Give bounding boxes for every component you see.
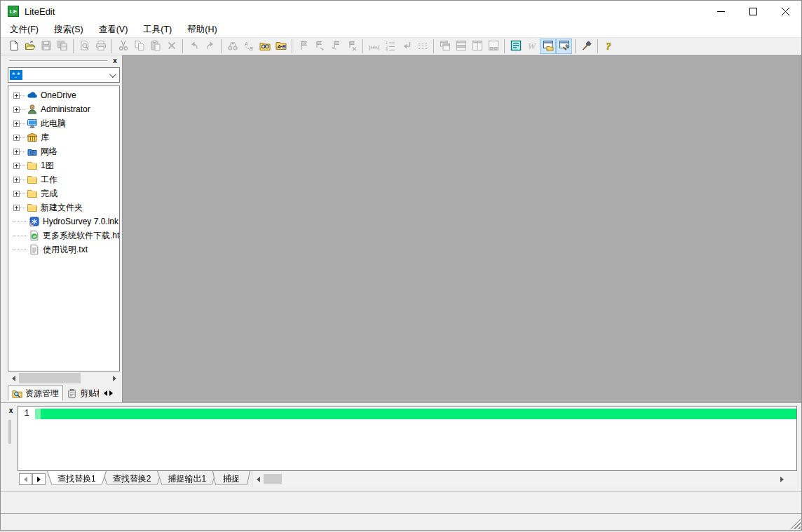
print-button[interactable]	[93, 39, 109, 54]
scroll-left-arrow[interactable]	[8, 372, 19, 384]
tile-vertical-button[interactable]	[469, 39, 485, 54]
tree-item-folder-3[interactable]: 完成	[8, 186, 119, 200]
toggle-bookmark-button[interactable]	[295, 39, 311, 54]
word-wrap-button[interactable]: W	[524, 39, 540, 54]
app-window: LE LiteEdit 文件(F) 搜索(S) 查看(V) 工具(T) 帮助(H…	[0, 0, 802, 531]
question-mark-icon: ?	[604, 40, 615, 53]
toggle-explorer-panel-button[interactable]	[540, 39, 556, 54]
scrollbar-thumb[interactable]	[264, 474, 282, 484]
sidebar-horizontal-scrollbar[interactable]	[8, 372, 120, 384]
save-all-button[interactable]	[54, 39, 70, 54]
expand-plus-icon[interactable]	[13, 93, 20, 99]
undo-button[interactable]	[186, 39, 202, 54]
tree-item-txt[interactable]: 使用说明.txt	[8, 243, 119, 257]
tree-item-network[interactable]: 网络	[8, 144, 119, 158]
tab-explorer[interactable]: 资源管理	[8, 386, 63, 401]
tools-button[interactable]	[578, 39, 594, 54]
tree-item-html[interactable]: e更多系统软件下载.htm	[8, 229, 119, 243]
sidebar-drag-handle[interactable]	[9, 60, 107, 62]
sidebar-close-button[interactable]: x	[110, 56, 120, 66]
tab-scroll-left-arrow[interactable]	[104, 390, 107, 396]
expand-plus-icon[interactable]	[13, 135, 20, 141]
output-horizontal-scrollbar[interactable]	[252, 471, 797, 487]
file-filter-combobox[interactable]: *.*	[8, 67, 120, 83]
ruler-button[interactable]	[366, 39, 382, 54]
new-file-button[interactable]	[6, 39, 22, 54]
tab-find-replace-1[interactable]: 查找替换1	[47, 471, 107, 487]
folder-icon	[27, 202, 39, 213]
clear-bookmarks-button[interactable]	[344, 39, 360, 54]
cascade-windows-button[interactable]	[437, 39, 453, 54]
find-button[interactable]	[224, 39, 240, 54]
tree-item-administrator[interactable]: Administrator	[8, 102, 119, 116]
replace-button[interactable]: AB	[240, 39, 257, 54]
scroll-right-arrow[interactable]	[776, 473, 787, 485]
paste-button[interactable]	[147, 39, 163, 54]
replace-in-files-button[interactable]: AB	[273, 39, 289, 54]
tree-item-folder-1[interactable]: 1图	[8, 158, 119, 172]
arrange-icons-button[interactable]	[485, 39, 501, 54]
tab-scroll-right-arrow[interactable]	[109, 390, 113, 396]
cut-button[interactable]	[115, 39, 131, 54]
open-file-button[interactable]	[22, 39, 38, 54]
binoculars-folder-icon	[259, 40, 271, 53]
tree-item-shortcut[interactable]: HydroSurvey 7.0.lnk	[8, 214, 119, 229]
tab-find-replace-2[interactable]: 查找替换2	[102, 471, 162, 487]
copy-button[interactable]	[131, 39, 147, 54]
window-title: LiteEdit	[25, 6, 55, 17]
save-button[interactable]	[38, 39, 54, 54]
menu-file[interactable]: 文件(F)	[2, 22, 46, 38]
tree-item-label: 此电脑	[41, 118, 66, 130]
expand-plus-icon[interactable]	[13, 107, 20, 113]
show-whitespace-button[interactable]	[414, 39, 430, 54]
menu-search[interactable]: 搜索(S)	[46, 22, 91, 38]
expand-plus-icon[interactable]	[13, 163, 20, 169]
help-button[interactable]: ?	[601, 39, 617, 54]
menu-tools[interactable]: 工具(T)	[135, 22, 179, 38]
line-numbers-button[interactable]: 123	[382, 39, 398, 54]
output-tabs-scroll-right[interactable]	[32, 473, 46, 485]
output-editor[interactable]: 1	[18, 406, 797, 471]
tile-horizontal-button[interactable]	[453, 39, 469, 54]
print-preview-button[interactable]	[76, 39, 93, 54]
scroll-left-arrow[interactable]	[252, 473, 264, 485]
bookmark-prev-icon	[330, 40, 341, 53]
find-in-files-button[interactable]	[257, 39, 273, 54]
delete-button[interactable]	[163, 39, 179, 54]
menu-view[interactable]: 查看(V)	[91, 22, 136, 38]
tree-item-folder-4[interactable]: 新建文件夹	[8, 200, 119, 214]
expand-plus-icon[interactable]	[13, 191, 20, 197]
line-break-button[interactable]	[398, 39, 414, 54]
expand-plus-icon[interactable]	[13, 205, 20, 211]
tab-capture-output-1[interactable]: 捕捉输出1	[157, 471, 217, 487]
redo-button[interactable]	[202, 39, 218, 54]
tree-item-libraries[interactable]: 库	[8, 130, 119, 144]
output-panel-close-button[interactable]: x	[6, 407, 15, 416]
output-tabs-scroll-left[interactable]	[19, 473, 32, 485]
tree-item-this-pc[interactable]: 此电脑	[8, 116, 119, 130]
editor-options-button[interactable]	[508, 39, 524, 54]
expand-plus-icon[interactable]	[13, 177, 20, 183]
resize-grip-icon[interactable]	[790, 519, 801, 529]
tab-capture-output-2[interactable]: 捕捉	[212, 471, 250, 487]
svg-text:3: 3	[386, 48, 388, 51]
scrollbar-thumb[interactable]	[19, 373, 81, 383]
close-button[interactable]	[769, 1, 801, 22]
menu-help[interactable]: 帮助(H)	[179, 22, 224, 38]
expand-plus-icon[interactable]	[13, 149, 20, 155]
toggle-output-panel-button[interactable]	[556, 39, 572, 54]
minimize-button[interactable]	[705, 1, 737, 22]
tab-clipboard[interactable]: 剪贴板	[63, 386, 102, 401]
next-bookmark-button[interactable]	[311, 39, 327, 54]
tree-item-folder-2[interactable]: 工作	[8, 172, 119, 186]
expand-plus-icon[interactable]	[13, 121, 20, 127]
previous-bookmark-button[interactable]	[327, 39, 344, 54]
output-panel-drag-handle[interactable]	[8, 420, 11, 444]
tree-item-onedrive[interactable]: OneDrive	[8, 88, 119, 102]
maximize-button[interactable]	[737, 1, 769, 22]
toolbar-separator	[111, 39, 112, 53]
return-arrow-icon	[401, 40, 412, 53]
chevron-down-icon[interactable]	[109, 71, 116, 78]
scroll-right-arrow[interactable]	[109, 372, 120, 384]
tree-item-label: Administrator	[41, 104, 90, 114]
